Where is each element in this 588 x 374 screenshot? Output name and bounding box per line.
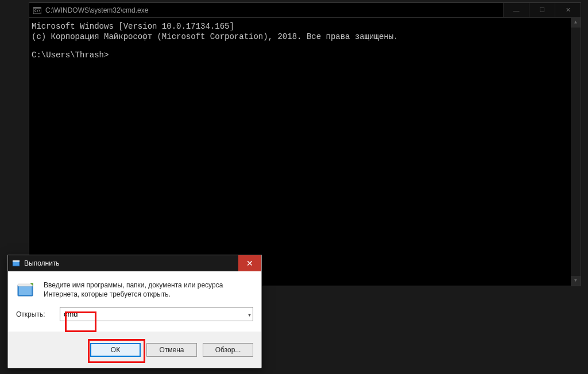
cmd-output-line: Microsoft Windows [Version 10.0.17134.16… (32, 21, 578, 32)
close-button[interactable]: ✕ (555, 3, 581, 17)
cancel-button[interactable]: Отмена (146, 343, 197, 357)
run-input[interactable] (60, 307, 253, 321)
run-description: Введите имя программы, папки, документа … (44, 280, 253, 300)
cmd-window-title: C:\WINDOWS\system32\cmd.exe (45, 6, 503, 14)
scroll-down-icon[interactable]: ▼ (571, 276, 581, 286)
cmd-content[interactable]: Microsoft Windows [Version 10.0.17134.16… (29, 18, 581, 286)
run-titlebar[interactable]: Выполнить ✕ (8, 255, 261, 271)
run-window-icon (11, 259, 21, 268)
cmd-window: C:\ C:\WINDOWS\system32\cmd.exe — ☐ ✕ Mi… (29, 2, 581, 286)
run-dialog-title: Выполнить (24, 259, 238, 267)
svg-rect-7 (19, 286, 32, 295)
run-dialog-body: Введите имя программы, папки, документа … (8, 271, 261, 332)
cmd-scrollbar[interactable]: ▲ ▼ (571, 18, 581, 286)
maximize-button[interactable]: ☐ (529, 3, 555, 17)
run-open-label: Открыть: (16, 310, 51, 318)
ok-button[interactable]: ОК (90, 343, 141, 357)
run-dialog: Выполнить ✕ Введите имя программы, папки… (7, 255, 262, 368)
svg-rect-8 (18, 284, 33, 286)
cmd-window-buttons: — ☐ ✕ (503, 3, 581, 17)
cmd-icon: C:\ (33, 6, 42, 15)
cmd-prompt: C:\Users\Thrash> (32, 50, 578, 60)
svg-rect-4 (13, 262, 19, 266)
minimize-button[interactable]: — (503, 3, 529, 17)
browse-button[interactable]: Обзор... (203, 343, 253, 357)
scroll-up-icon[interactable]: ▲ (571, 18, 581, 28)
cmd-output-line: (с) Корпорация Майкрософт (Microsoft Cor… (32, 32, 578, 42)
run-app-icon (16, 280, 36, 300)
cmd-titlebar[interactable]: C:\ C:\WINDOWS\system32\cmd.exe — ☐ ✕ (29, 3, 581, 18)
run-dialog-footer: ОК Отмена Обзор... (8, 332, 261, 368)
svg-rect-5 (13, 260, 20, 262)
svg-text:C:\: C:\ (34, 9, 41, 13)
run-close-button[interactable]: ✕ (238, 255, 261, 271)
run-combo-wrap: ▾ (60, 307, 253, 321)
